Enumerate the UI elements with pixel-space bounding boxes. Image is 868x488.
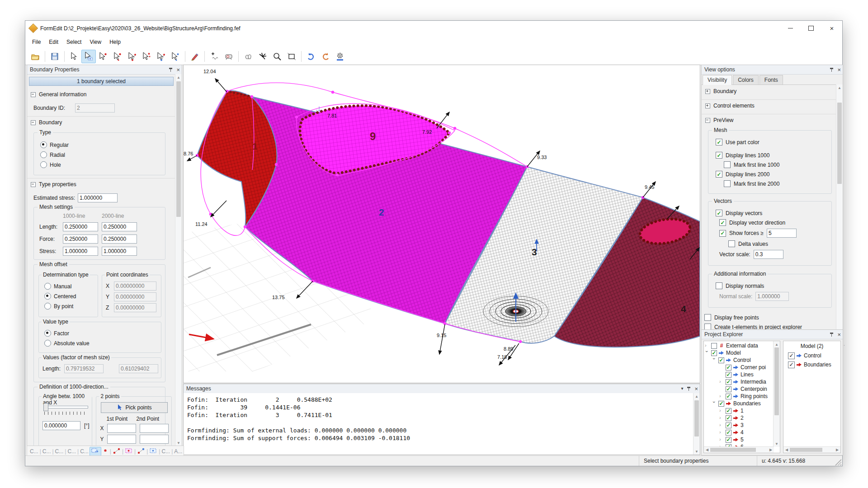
tree-item-control[interactable]: ›Control (704, 357, 774, 364)
tree-item-external-data[interactable]: ›#External data (704, 342, 774, 349)
messages-log[interactable]: Fofin: Iteration 2 0.5488E+02 Fofin: 39 … (184, 393, 693, 455)
view-options-scrollbar[interactable]: ▲▼ (836, 84, 843, 339)
collapse-icon[interactable] (31, 92, 36, 97)
projector-view-tool[interactable] (222, 50, 236, 63)
tab-a1[interactable]: A... (173, 447, 183, 455)
detail-hscrollbar[interactable]: ◀▶ (783, 446, 840, 453)
point2-x-field[interactable] (140, 424, 169, 433)
force-2000-field[interactable]: 0.250000 (102, 235, 137, 244)
tree-item-lines[interactable]: ›Lines (704, 371, 774, 378)
radio-factor[interactable]: Factor (44, 330, 158, 337)
collapse-icon[interactable] (31, 120, 36, 125)
tab-c2[interactable]: C... (42, 447, 52, 455)
tree-item-boundary-2[interactable]: ›2 (704, 414, 774, 422)
tab-region-point-icon[interactable] (124, 447, 134, 455)
check-mark-first-line-1000[interactable]: Mark first line 1000 (724, 161, 828, 168)
tree-item-boundary-5[interactable]: ›5 (704, 436, 774, 443)
tab-region-icon[interactable] (148, 447, 158, 455)
tree-item-corner-points[interactable]: ›Corner poi (704, 364, 774, 371)
check-use-part-color[interactable]: Use part color (716, 139, 828, 145)
values-length-2000-field[interactable]: 0.61029402 (119, 364, 158, 373)
tree-item-intermediate[interactable]: ›Intermedia (704, 378, 774, 385)
select-marquee-tool[interactable] (81, 50, 96, 63)
tab-point-pair-icon[interactable] (136, 447, 146, 455)
menu-select[interactable]: Select (62, 37, 85, 47)
detail-item-control[interactable]: Control (783, 352, 840, 359)
radio-manual[interactable]: Manual (44, 283, 95, 290)
close-button[interactable]: × (821, 21, 842, 36)
view-settings-button[interactable] (333, 50, 347, 63)
check-display-free-points[interactable]: Display free points (704, 314, 836, 321)
angle-slider[interactable] (43, 403, 88, 415)
collapse-icon[interactable] (705, 118, 710, 123)
check-display-lines-1000[interactable]: Display lines 1000 (716, 152, 828, 159)
tree-vscrollbar[interactable]: ▲▼ (773, 341, 780, 447)
radio-radial[interactable]: Radial (40, 151, 161, 158)
offset-z-field[interactable]: 0.00000000 (114, 303, 156, 312)
radio-absolute-value[interactable]: Absolute value (44, 340, 158, 347)
tab-fonts[interactable]: Fonts (760, 75, 783, 84)
close-icon[interactable]: × (176, 67, 180, 73)
tree-hscrollbar[interactable]: ◀▶ (704, 446, 774, 453)
pin-icon[interactable] (169, 67, 173, 72)
angle-value-field[interactable]: 0.000000 (42, 421, 80, 430)
expand-icon[interactable] (705, 89, 710, 94)
section-preview[interactable]: PreView (702, 114, 836, 126)
pin-icon[interactable] (830, 332, 834, 337)
values-length-1000-field[interactable]: 0.79719532 (64, 364, 104, 373)
select-points-tool[interactable] (139, 50, 154, 63)
pin-icon[interactable] (687, 386, 691, 391)
check-display-vector-direction[interactable]: Display vector direction (719, 219, 828, 226)
select-mixed-points-tool[interactable] (154, 50, 168, 63)
offset-x-field[interactable]: 0.00000000 (114, 282, 156, 291)
boundary-id-field[interactable]: 2 (75, 103, 115, 113)
length-1000-field[interactable]: 0.250000 (63, 222, 98, 231)
radio-hole[interactable]: Hole (40, 161, 161, 168)
pin-icon[interactable] (830, 67, 834, 72)
dropdown-icon[interactable]: ▾ (681, 386, 683, 391)
undo-button[interactable] (304, 50, 318, 63)
normal-scale-field[interactable]: 1.000000 (755, 292, 789, 301)
menu-edit[interactable]: Edit (45, 37, 62, 47)
tab-point-line-icon[interactable] (112, 447, 122, 455)
radio-by-point[interactable]: By point (44, 303, 95, 310)
section-boundary-visibility[interactable]: Boundary (702, 85, 836, 97)
vector-scale-field[interactable]: 0.3 (754, 250, 783, 259)
maximize-button[interactable] (801, 21, 821, 36)
estimated-stress-field[interactable]: 1.000000 (78, 193, 118, 202)
point1-x-field[interactable] (107, 424, 136, 433)
menu-file[interactable]: File (28, 37, 45, 47)
radio-centered[interactable]: Centered (44, 293, 95, 300)
section-general-information[interactable]: General information (27, 89, 175, 100)
add-force-tool[interactable] (207, 50, 222, 63)
pan-hands-tool[interactable] (241, 50, 255, 63)
check-show-forces[interactable]: Show forces ≥ 5 (719, 229, 828, 238)
expand-icon[interactable] (705, 103, 710, 108)
collapse-icon[interactable] (31, 182, 36, 187)
tab-colors[interactable]: Colors (733, 75, 759, 84)
tab-c4[interactable]: C... (66, 447, 77, 455)
close-icon[interactable]: × (837, 67, 841, 73)
minimize-button[interactable] (780, 21, 801, 36)
offset-y-field[interactable]: 0.00000000 (114, 292, 156, 301)
force-1000-field[interactable]: 0.250000 (63, 235, 98, 244)
stress-2000-field[interactable]: 1.000000 (102, 247, 137, 256)
select-blue-points-tool[interactable] (168, 50, 183, 63)
open-file-button[interactable] (28, 50, 42, 63)
tree-item-boundary-4[interactable]: ›4 (704, 429, 774, 436)
check-display-lines-2000[interactable]: Display lines 2000 (716, 171, 828, 178)
model-viewport[interactable]: 12.04 8.76 7.81 7.92 9.33 9.45 11.24 13.… (183, 65, 700, 383)
check-mark-first-line-2000[interactable]: Mark first line 2000 (724, 180, 828, 187)
check-display-vectors[interactable]: Display vectors (716, 210, 828, 216)
pick-points-button[interactable]: Pick points (101, 402, 168, 413)
check-delta-values[interactable]: Delta values (728, 240, 828, 247)
draw-pencil-tool[interactable] (188, 50, 202, 63)
menu-help[interactable]: Help (105, 37, 125, 47)
tree-item-ring-points[interactable]: ›Ring points (704, 393, 774, 400)
menu-view[interactable]: View (85, 37, 105, 47)
tab-c5[interactable]: C... (79, 447, 90, 455)
slider-thumb[interactable] (43, 403, 48, 411)
length-2000-field[interactable]: 0.250000 (102, 222, 137, 231)
section-control-elements[interactable]: Control elements (702, 99, 836, 111)
tab-c3[interactable]: C... (54, 447, 65, 455)
